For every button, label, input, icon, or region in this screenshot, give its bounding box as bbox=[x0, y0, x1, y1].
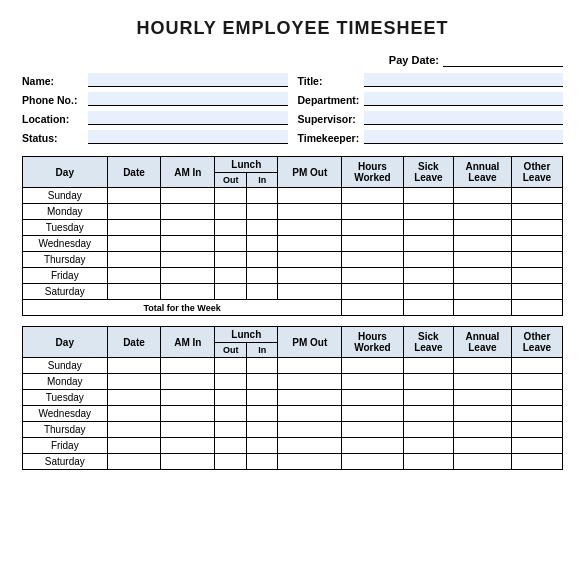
hours-cell[interactable] bbox=[342, 390, 404, 406]
lunch-in-cell[interactable] bbox=[247, 220, 278, 236]
amin-cell[interactable] bbox=[161, 438, 215, 454]
pmout-cell[interactable] bbox=[278, 204, 342, 220]
amin-cell[interactable] bbox=[161, 268, 215, 284]
sick-cell[interactable] bbox=[403, 374, 453, 390]
pmout-cell[interactable] bbox=[278, 438, 342, 454]
lunch-in-cell[interactable] bbox=[247, 204, 278, 220]
other-cell[interactable] bbox=[511, 252, 562, 268]
lunch-out-cell[interactable] bbox=[215, 454, 247, 470]
lunch-out-cell[interactable] bbox=[215, 220, 247, 236]
lunch-out-cell[interactable] bbox=[215, 204, 247, 220]
amin-cell[interactable] bbox=[161, 284, 215, 300]
lunch-in-cell[interactable] bbox=[247, 422, 278, 438]
lunch-in-cell[interactable] bbox=[247, 268, 278, 284]
timekeeper-input[interactable] bbox=[364, 130, 564, 144]
pmout-cell[interactable] bbox=[278, 374, 342, 390]
pmout-cell[interactable] bbox=[278, 422, 342, 438]
sick-cell[interactable] bbox=[403, 358, 453, 374]
hours-cell[interactable] bbox=[342, 454, 404, 470]
lunch-in-cell[interactable] bbox=[247, 406, 278, 422]
date-cell[interactable] bbox=[107, 236, 161, 252]
title-input[interactable] bbox=[364, 73, 564, 87]
other-cell[interactable] bbox=[511, 236, 562, 252]
sick-cell[interactable] bbox=[403, 268, 453, 284]
hours-cell[interactable] bbox=[342, 188, 404, 204]
date-cell[interactable] bbox=[107, 438, 161, 454]
date-cell[interactable] bbox=[107, 406, 161, 422]
pmout-cell[interactable] bbox=[278, 358, 342, 374]
hours-cell[interactable] bbox=[342, 438, 404, 454]
annual-cell[interactable] bbox=[453, 252, 511, 268]
annual-cell[interactable] bbox=[453, 188, 511, 204]
sick-cell[interactable] bbox=[403, 422, 453, 438]
sick-cell[interactable] bbox=[403, 204, 453, 220]
annual-cell[interactable] bbox=[453, 268, 511, 284]
location-input[interactable] bbox=[88, 111, 288, 125]
total-hours[interactable] bbox=[342, 300, 404, 316]
sick-cell[interactable] bbox=[403, 406, 453, 422]
amin-cell[interactable] bbox=[161, 454, 215, 470]
other-cell[interactable] bbox=[511, 284, 562, 300]
lunch-out-cell[interactable] bbox=[215, 236, 247, 252]
annual-cell[interactable] bbox=[453, 390, 511, 406]
pmout-cell[interactable] bbox=[278, 252, 342, 268]
hours-cell[interactable] bbox=[342, 220, 404, 236]
sick-cell[interactable] bbox=[403, 284, 453, 300]
annual-cell[interactable] bbox=[453, 358, 511, 374]
pmout-cell[interactable] bbox=[278, 188, 342, 204]
lunch-out-cell[interactable] bbox=[215, 188, 247, 204]
other-cell[interactable] bbox=[511, 406, 562, 422]
pay-date-field[interactable] bbox=[443, 53, 563, 67]
date-cell[interactable] bbox=[107, 252, 161, 268]
sick-cell[interactable] bbox=[403, 438, 453, 454]
other-cell[interactable] bbox=[511, 188, 562, 204]
annual-cell[interactable] bbox=[453, 236, 511, 252]
annual-cell[interactable] bbox=[453, 438, 511, 454]
annual-cell[interactable] bbox=[453, 220, 511, 236]
hours-cell[interactable] bbox=[342, 374, 404, 390]
annual-cell[interactable] bbox=[453, 284, 511, 300]
pmout-cell[interactable] bbox=[278, 268, 342, 284]
date-cell[interactable] bbox=[107, 284, 161, 300]
hours-cell[interactable] bbox=[342, 358, 404, 374]
other-cell[interactable] bbox=[511, 454, 562, 470]
amin-cell[interactable] bbox=[161, 252, 215, 268]
phone-input[interactable] bbox=[88, 92, 288, 106]
sick-cell[interactable] bbox=[403, 220, 453, 236]
lunch-out-cell[interactable] bbox=[215, 422, 247, 438]
lunch-out-cell[interactable] bbox=[215, 268, 247, 284]
amin-cell[interactable] bbox=[161, 390, 215, 406]
sick-cell[interactable] bbox=[403, 188, 453, 204]
date-cell[interactable] bbox=[107, 358, 161, 374]
lunch-in-cell[interactable] bbox=[247, 438, 278, 454]
other-cell[interactable] bbox=[511, 220, 562, 236]
total-annual[interactable] bbox=[453, 300, 511, 316]
other-cell[interactable] bbox=[511, 268, 562, 284]
date-cell[interactable] bbox=[107, 422, 161, 438]
annual-cell[interactable] bbox=[453, 204, 511, 220]
other-cell[interactable] bbox=[511, 374, 562, 390]
annual-cell[interactable] bbox=[453, 422, 511, 438]
amin-cell[interactable] bbox=[161, 374, 215, 390]
date-cell[interactable] bbox=[107, 454, 161, 470]
lunch-in-cell[interactable] bbox=[247, 284, 278, 300]
lunch-in-cell[interactable] bbox=[247, 358, 278, 374]
name-input[interactable] bbox=[88, 73, 288, 87]
annual-cell[interactable] bbox=[453, 374, 511, 390]
status-input[interactable] bbox=[88, 130, 288, 144]
lunch-out-cell[interactable] bbox=[215, 358, 247, 374]
lunch-out-cell[interactable] bbox=[215, 374, 247, 390]
lunch-in-cell[interactable] bbox=[247, 252, 278, 268]
sick-cell[interactable] bbox=[403, 390, 453, 406]
pmout-cell[interactable] bbox=[278, 236, 342, 252]
pmout-cell[interactable] bbox=[278, 390, 342, 406]
other-cell[interactable] bbox=[511, 422, 562, 438]
amin-cell[interactable] bbox=[161, 188, 215, 204]
sick-cell[interactable] bbox=[403, 252, 453, 268]
lunch-in-cell[interactable] bbox=[247, 236, 278, 252]
pmout-cell[interactable] bbox=[278, 406, 342, 422]
amin-cell[interactable] bbox=[161, 358, 215, 374]
total-sick[interactable] bbox=[403, 300, 453, 316]
hours-cell[interactable] bbox=[342, 268, 404, 284]
lunch-in-cell[interactable] bbox=[247, 188, 278, 204]
